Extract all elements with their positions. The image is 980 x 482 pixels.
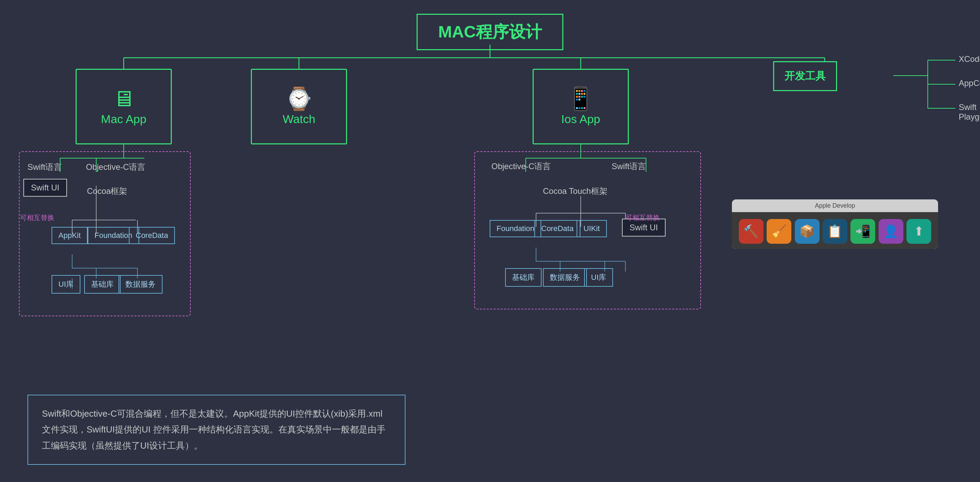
devtools-box: 开发工具 [773,61,837,91]
xcode-label: XCode [959,54,980,64]
apple-dev-icons: 🔨 🧹 📦 📋 📲 👤 ⬆ [732,212,938,249]
mac-coredata-box: CoreData [129,227,175,244]
ios-icon: 📱 [567,88,595,110]
mac-swiftui-box: Swift UI [23,179,67,197]
mac-appkit-box: AppKit [51,227,88,244]
main-title: MAC程序设计 [417,14,563,50]
dev-icon-5: 📲 [850,219,875,244]
bottom-note: Swift和Objective-C可混合编程，但不是太建议。AppKit提供的U… [27,395,406,465]
swift-playground-label: Swift Playground [959,102,980,122]
ios-app-node: 📱 Ios App [533,69,629,144]
ios-cocoa-touch: Cocoa Touch框架 [543,186,608,197]
appcode-label: AppCode [959,78,980,88]
dev-icon-3: 📦 [795,219,819,244]
mac-ui-lib-box: UI库 [51,275,80,294]
mac-base-lib-box: 基础库 [84,275,121,294]
watch-node: ⌚ Watch [251,69,347,144]
mac-data-service-box: 数据服务 [119,275,162,294]
ios-coredata-box: CoreData [535,220,581,237]
mac-app-node: 🖥 Mac App [76,69,172,144]
dev-icon-7: ⬆ [907,219,931,244]
apple-dev-panel: Apple Develop 🔨 🧹 📦 📋 📲 👤 ⬆ [732,200,938,249]
ios-swift-lang: Swift语言 [612,161,646,172]
ios-foundation-box: Foundation [490,220,541,237]
ios-base-lib-box: 基础库 [505,268,541,287]
apple-dev-titlebar: Apple Develop [732,200,938,212]
mac-icon: 🖥 [113,88,135,110]
ios-swap-label: 可相互替换 [625,213,660,222]
mac-cocoa-fw: Cocoa框架 [87,186,127,197]
dev-icon-4: 📋 [822,219,847,244]
dev-icon-2: 🧹 [767,219,791,244]
ios-uikit-box: UIKit [577,220,607,237]
mac-swap-label: 可相互替换 [20,213,54,222]
mac-swift-lang: Swift语言 [27,161,62,172]
ios-data-service-box: 数据服务 [543,268,587,287]
ios-ui-lib-box: UI库 [584,268,613,287]
mac-objc-lang: Objective-C语言 [86,161,145,172]
watch-icon: ⌚ [285,88,313,110]
dev-icon-6: 👤 [879,219,904,244]
dev-icon-1: 🔨 [739,219,764,244]
ios-objc-lang: Objective-C语言 [492,161,551,172]
